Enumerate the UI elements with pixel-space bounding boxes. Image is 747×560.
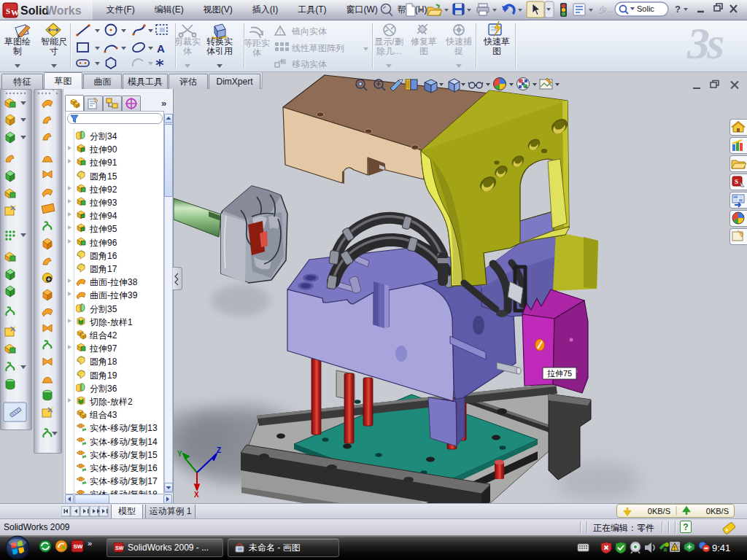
svg-text:转换实: 转换实 (206, 36, 233, 47)
svg-text:0KB/S: 0KB/S (648, 507, 670, 516)
svg-text:快速捕: 快速捕 (445, 36, 472, 47)
svg-text:显示/删: 显示/删 (374, 36, 403, 47)
svg-text:体引用: 体引用 (206, 46, 233, 56)
svg-text:少..: 少.. (599, 5, 611, 14)
svg-text:9:41: 9:41 (712, 542, 730, 553)
svg-text:镜向实体: 镜向实体 (291, 26, 327, 36)
svg-text:图: 图 (492, 46, 501, 56)
svg-text:!: ! (674, 545, 676, 551)
svg-text:拉伸75: 拉伸75 (547, 369, 572, 378)
svg-text:0KB/S: 0KB/S (706, 507, 729, 516)
svg-text:体: 体 (183, 46, 192, 56)
svg-text:快速草: 快速草 (483, 36, 510, 47)
svg-text:»: » (88, 539, 92, 548)
svg-text:移动实体: 移动实体 (292, 59, 327, 69)
svg-text:S: S (6, 7, 10, 15)
svg-text:X: X (194, 491, 199, 499)
svg-text:除几...: 除几... (376, 46, 401, 56)
svg-text:捉: 捉 (454, 46, 463, 56)
svg-text:Works: Works (46, 4, 82, 17)
svg-text:Solid: Solid (20, 4, 49, 17)
svg-text:寸: 寸 (50, 46, 58, 56)
svg-text:等距实: 等距实 (244, 38, 270, 48)
svg-text:草图绘: 草图绘 (4, 36, 31, 47)
svg-text:?: ? (675, 4, 681, 15)
svg-text:智能尺: 智能尺 (41, 36, 67, 47)
svg-text:Solic: Solic (637, 4, 654, 13)
svg-text:修复草: 修复草 (411, 36, 437, 47)
svg-text:图: 图 (419, 46, 428, 56)
svg-text:Z: Z (217, 446, 221, 454)
svg-text:线性草图阵列: 线性草图阵列 (292, 43, 344, 53)
svg-text:SW: SW (115, 545, 124, 551)
svg-text:SW: SW (74, 543, 83, 550)
svg-text:A: A (157, 42, 165, 55)
svg-text:体: 体 (252, 47, 261, 58)
svg-text:Y: Y (177, 450, 182, 458)
svg-text:剪裁实: 剪裁实 (174, 36, 201, 47)
svg-text:制: 制 (13, 46, 22, 56)
svg-text:S: S (735, 178, 738, 185)
svg-text:W: W (11, 8, 19, 17)
